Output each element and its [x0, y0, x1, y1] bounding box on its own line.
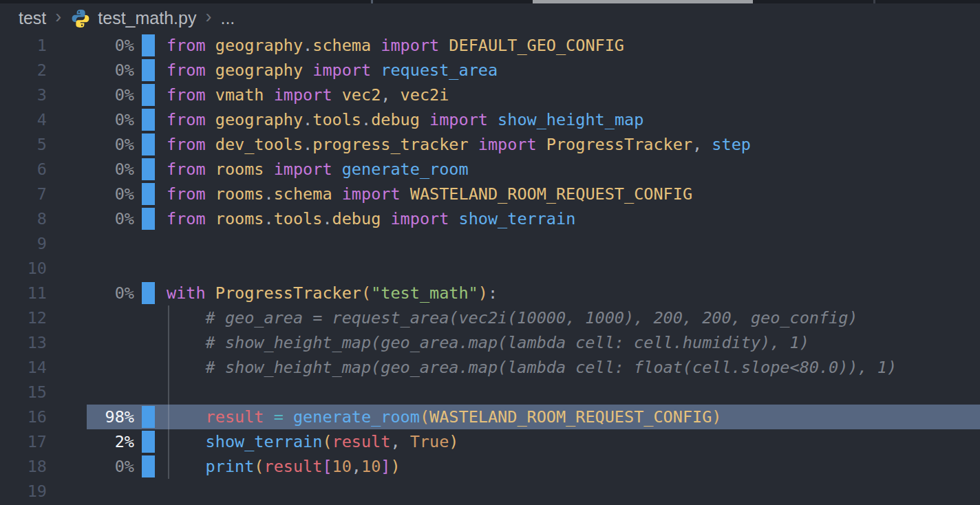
- breadcrumb-item-file[interactable]: test_math.py: [98, 8, 196, 28]
- code-text: from geography.tools.debug import show_h…: [167, 110, 643, 129]
- code-text: show_terrain(result, True): [167, 432, 458, 451]
- code-text: print(result[10,10]): [167, 457, 401, 476]
- breadcrumb-item-folder[interactable]: test: [19, 8, 46, 28]
- code-line[interactable]: 172% show_terrain(result, True): [0, 429, 980, 454]
- code-text: # show_height_map(geo_area.map(lambda ce…: [167, 358, 897, 377]
- breadcrumb: test › test_math.py › ...: [0, 3, 980, 33]
- gutter-cell: [142, 305, 155, 330]
- profile-percentage: 2%: [47, 432, 134, 451]
- code-line[interactable]: 20%from geography import request_area: [0, 58, 980, 83]
- line-number[interactable]: 4: [0, 110, 47, 129]
- coverage-indicator: [142, 282, 155, 304]
- code-text: from rooms.tools.debug import show_terra…: [167, 209, 575, 228]
- gutter-cell: [142, 107, 155, 132]
- code-editor: 10%from geography.schema import DEFAULT_…: [0, 33, 980, 505]
- code-line[interactable]: 70%from rooms.schema import WASTELAND_RO…: [0, 182, 980, 206]
- profile-percentage: 0%: [47, 110, 134, 129]
- code-text: # geo_area = request_area(vec2i(10000, 1…: [167, 308, 858, 327]
- code-line[interactable]: 50%from dev_tools.progress_tracker impor…: [0, 132, 980, 157]
- profile-percentage: 0%: [47, 36, 134, 55]
- gutter-cell: [142, 58, 155, 83]
- indent-guide: [168, 305, 169, 479]
- coverage-indicator: [142, 109, 155, 131]
- gutter-cell: [142, 281, 155, 305]
- profile-percentage: 0%: [47, 85, 134, 105]
- line-number[interactable]: 14: [0, 358, 47, 377]
- code-text: result = generate_room(WASTELAND_ROOM_RE…: [167, 407, 722, 427]
- code-text: from rooms import generate_room: [167, 160, 469, 179]
- gutter-cell: [142, 429, 155, 454]
- code-line[interactable]: 30%from vmath import vec2, vec2i: [0, 83, 980, 107]
- code-text: from dev_tools.progress_tracker import P…: [167, 135, 751, 154]
- code-line[interactable]: 60%from rooms import generate_room: [0, 157, 980, 182]
- editor-lines: 10%from geography.schema import DEFAULT_…: [0, 33, 980, 504]
- coverage-indicator: [142, 133, 155, 155]
- line-number[interactable]: 7: [0, 184, 47, 204]
- line-number[interactable]: 13: [0, 333, 47, 352]
- code-line[interactable]: 12 # geo_area = request_area(vec2i(10000…: [0, 305, 980, 330]
- code-line[interactable]: 10%from geography.schema import DEFAULT_…: [0, 33, 980, 58]
- code-text: with ProgressTracker("test_math"):: [167, 283, 498, 303]
- profile-percentage: 0%: [47, 61, 134, 80]
- editor-window: test › test_math.py › ... 10%from geogra…: [0, 0, 980, 505]
- chevron-right-icon: ›: [205, 6, 211, 28]
- code-text: from vmath import vec2, vec2i: [167, 85, 449, 105]
- line-number[interactable]: 12: [0, 308, 47, 327]
- line-number[interactable]: 1: [0, 36, 47, 55]
- coverage-indicator: [142, 183, 155, 205]
- profile-percentage: 0%: [47, 135, 134, 154]
- coverage-indicator: [142, 406, 155, 428]
- line-number[interactable]: 15: [0, 383, 47, 402]
- breadcrumb-item-symbols[interactable]: ...: [220, 8, 235, 28]
- code-line[interactable]: 80%from rooms.tools.debug import show_te…: [0, 206, 980, 231]
- code-line[interactable]: 40%from geography.tools.debug import sho…: [0, 107, 980, 132]
- chevron-right-icon: ›: [55, 6, 61, 28]
- code-line[interactable]: 13 # show_height_map(geo_area.map(lambda…: [0, 330, 980, 355]
- code-text: # show_height_map(geo_area.map(lambda ce…: [167, 333, 809, 352]
- gutter-cell: [142, 454, 155, 479]
- code-line[interactable]: 10: [0, 256, 980, 281]
- code-line[interactable]: 110%with ProgressTracker("test_math"):: [0, 281, 980, 305]
- python-icon: [70, 8, 91, 29]
- coverage-indicator: [142, 208, 155, 230]
- code-line[interactable]: 15: [0, 380, 980, 405]
- profile-percentage: 0%: [47, 457, 134, 476]
- line-number[interactable]: 3: [0, 85, 47, 105]
- profile-percentage: 0%: [47, 283, 134, 303]
- line-number[interactable]: 17: [0, 432, 47, 451]
- coverage-indicator: [142, 158, 155, 180]
- profile-percentage: 0%: [47, 184, 134, 204]
- gutter-cell: [142, 231, 155, 256]
- code-line[interactable]: 14 # show_height_map(geo_area.map(lambda…: [0, 355, 980, 380]
- code-line[interactable]: 1698% result = generate_room(WASTELAND_R…: [0, 405, 980, 429]
- gutter-cell: [142, 132, 155, 157]
- coverage-indicator: [142, 34, 155, 56]
- line-number[interactable]: 10: [0, 259, 47, 278]
- code-text: from geography import request_area: [167, 61, 498, 80]
- gutter-cell: [142, 330, 155, 355]
- gutter-cell: [142, 33, 155, 58]
- gutter-cell: [142, 405, 155, 429]
- gutter-cell: [142, 206, 155, 231]
- coverage-indicator: [142, 431, 155, 453]
- line-number[interactable]: 9: [0, 234, 47, 253]
- line-number[interactable]: 16: [0, 407, 47, 427]
- line-number[interactable]: 19: [0, 482, 47, 501]
- code-line[interactable]: 19: [0, 479, 980, 504]
- gutter-cell: [142, 355, 155, 380]
- code-text: from geography.schema import DEFAULT_GEO…: [167, 36, 624, 55]
- coverage-indicator: [142, 59, 155, 81]
- line-number[interactable]: 5: [0, 135, 47, 154]
- line-number[interactable]: 8: [0, 209, 47, 228]
- profile-percentage: 98%: [47, 407, 134, 427]
- line-number[interactable]: 18: [0, 457, 47, 476]
- coverage-indicator: [142, 455, 155, 477]
- profile-percentage: 0%: [47, 209, 134, 228]
- line-number[interactable]: 2: [0, 61, 47, 80]
- gutter-cell: [142, 182, 155, 206]
- line-number[interactable]: 11: [0, 283, 47, 303]
- line-number[interactable]: 6: [0, 160, 47, 179]
- gutter-cell: [142, 479, 155, 504]
- code-line[interactable]: 180% print(result[10,10]): [0, 454, 980, 479]
- code-line[interactable]: 9: [0, 231, 980, 256]
